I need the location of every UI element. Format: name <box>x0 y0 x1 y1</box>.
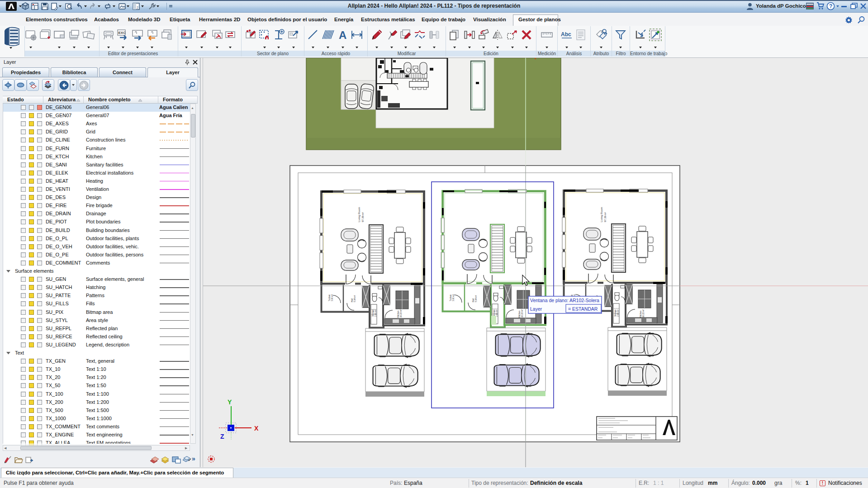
svg-text:Living Room: Living Room <box>600 207 603 222</box>
svg-text:Living Room: Living Room <box>358 207 360 222</box>
svg-text:16.22 m²: 16.22 m² <box>521 309 523 317</box>
svg-text:Technic: Technic <box>450 294 452 301</box>
svg-text:Layer: Layer <box>530 306 542 312</box>
svg-text:Storage: Storage <box>372 309 374 317</box>
svg-text:97.39 m²: 97.39 m² <box>361 212 364 222</box>
svg-text:Storage: Storage <box>614 309 617 317</box>
svg-text:Z: Z <box>220 433 224 440</box>
svg-text:Storage: Storage <box>493 309 495 317</box>
svg-text:Hall: Hall <box>472 298 474 302</box>
svg-text:Kitchen: Kitchen <box>397 310 399 317</box>
svg-text:Abc: Abc <box>561 31 571 38</box>
svg-text:16.22 m²: 16.22 m² <box>642 309 645 317</box>
svg-text:EXC: EXC <box>119 31 126 35</box>
svg-text:3.90 m²: 3.90 m² <box>452 294 455 301</box>
svg-text:2.66 m²: 2.66 m² <box>375 309 377 317</box>
svg-text:Ventana de plano: AR102-Solera: Ventana de plano: AR102-Solera <box>530 298 599 303</box>
svg-text:97.39 m²: 97.39 m² <box>604 212 607 222</box>
svg-text:Kitchen: Kitchen <box>518 310 521 317</box>
svg-text:Kitchen: Kitchen <box>640 310 642 317</box>
svg-text:2.66 m²: 2.66 m² <box>617 309 619 317</box>
svg-text:X: X <box>254 425 259 432</box>
svg-text:16.22 m²: 16.22 m² <box>400 309 402 317</box>
svg-text:5.94 m²: 5.94 m² <box>475 295 477 302</box>
svg-text:3.90 m²: 3.90 m² <box>331 294 333 301</box>
svg-text:= ESTANDAR: = ESTANDAR <box>568 306 598 312</box>
svg-text:A: A <box>339 29 346 41</box>
svg-text:Y: Y <box>228 398 232 406</box>
svg-text:Technic: Technic <box>328 294 331 301</box>
svg-text:5.94 m²: 5.94 m² <box>354 295 356 302</box>
svg-text:Hall: Hall <box>351 298 353 302</box>
svg-text:2.66 m²: 2.66 m² <box>496 309 498 317</box>
svg-text:?: ? <box>829 3 832 9</box>
